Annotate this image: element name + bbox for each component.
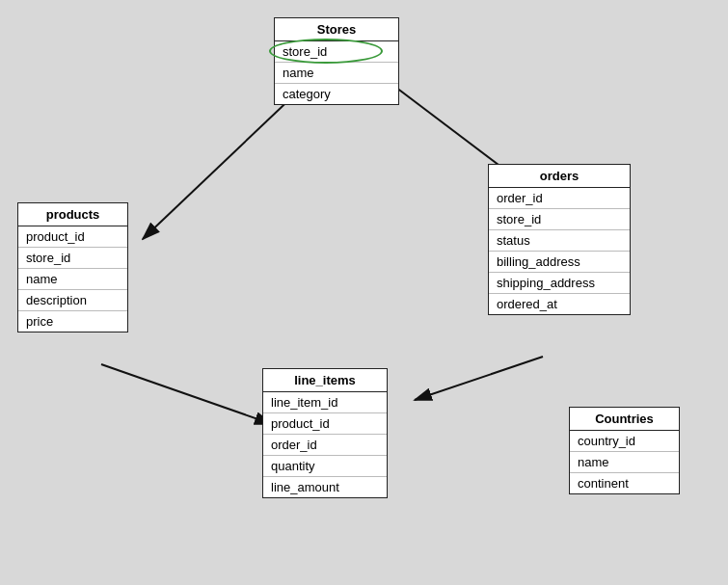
stores-field-store_id: store_id <box>275 41 398 63</box>
countries-field-name: name <box>570 452 679 473</box>
line-items-field-order_id: order_id <box>263 435 387 456</box>
orders-table: orders order_id store_id status billing_… <box>488 164 631 315</box>
line-items-field-line_amount: line_amount <box>263 477 387 497</box>
orders-field-shipping_address: shipping_address <box>489 273 630 294</box>
stores-field-category: category <box>275 84 398 104</box>
orders-field-status: status <box>489 230 630 252</box>
products-field-description: description <box>18 290 127 311</box>
products-table-header: products <box>18 203 127 226</box>
line-items-table: line_items line_item_id product_id order… <box>262 368 388 498</box>
stores-table-header: Stores <box>275 18 398 41</box>
products-field-price: price <box>18 311 127 332</box>
line-items-table-header: line_items <box>263 369 387 392</box>
stores-field-name: name <box>275 63 398 84</box>
orders-field-order_id: order_id <box>489 188 630 209</box>
countries-table: Countries country_id name continent <box>569 407 680 494</box>
line-items-field-quantity: quantity <box>263 456 387 477</box>
orders-field-store_id: store_id <box>489 209 630 230</box>
products-field-name: name <box>18 269 127 290</box>
svg-line-3 <box>101 364 272 424</box>
stores-table: Stores store_id name category <box>274 17 399 105</box>
products-table: products product_id store_id name descri… <box>17 202 128 332</box>
products-field-store_id: store_id <box>18 248 127 269</box>
products-field-product_id: product_id <box>18 226 127 248</box>
svg-line-4 <box>415 357 543 400</box>
orders-table-header: orders <box>489 165 630 188</box>
countries-field-country_id: country_id <box>570 431 679 452</box>
orders-field-ordered_at: ordered_at <box>489 294 630 314</box>
countries-table-header: Countries <box>570 408 679 431</box>
line-items-field-line_item_id: line_item_id <box>263 392 387 413</box>
countries-field-continent: continent <box>570 473 679 493</box>
orders-field-billing_address: billing_address <box>489 252 630 273</box>
line-items-field-product_id: product_id <box>263 413 387 435</box>
